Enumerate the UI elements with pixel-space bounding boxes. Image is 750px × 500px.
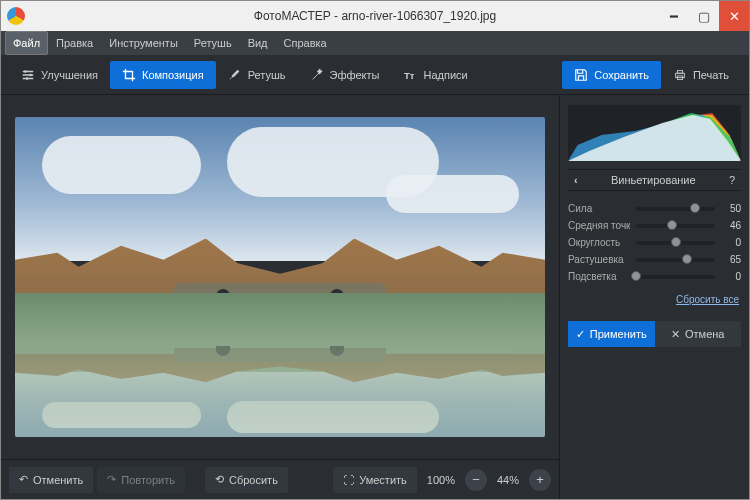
slider-thumb[interactable] bbox=[690, 203, 700, 213]
tab-enhancements[interactable]: Улучшения bbox=[9, 61, 110, 89]
save-button[interactable]: Сохранить bbox=[562, 61, 661, 89]
brush-icon bbox=[228, 68, 242, 82]
slider-strength: Сила 50 bbox=[568, 203, 741, 214]
minimize-button[interactable]: ━ bbox=[659, 1, 689, 31]
undo-button[interactable]: ↶ Отменить bbox=[9, 467, 93, 493]
svg-text:Tт: Tт bbox=[404, 69, 415, 80]
slider-track[interactable] bbox=[636, 241, 715, 245]
menu-help[interactable]: Справка bbox=[276, 31, 335, 55]
tab-label: Улучшения bbox=[41, 69, 98, 81]
sliders-icon bbox=[21, 68, 35, 82]
menu-retouch[interactable]: Ретушь bbox=[186, 31, 240, 55]
slider-track[interactable] bbox=[636, 207, 715, 211]
fit-icon: ⛶ bbox=[343, 474, 354, 486]
slider-group: Сила 50 Средняя точка 46 Округлость 0 Ра… bbox=[568, 199, 741, 282]
svg-point-1 bbox=[29, 73, 32, 76]
main-body: ↶ Отменить ↷ Повторить ⟲ Сбросить ⛶ Умес… bbox=[1, 95, 749, 499]
reset-label: Сбросить bbox=[229, 474, 278, 486]
window-title: ФотоМАСТЕР - arno-river-1066307_1920.jpg bbox=[1, 9, 749, 23]
fit-button[interactable]: ⛶ Уместить bbox=[333, 467, 417, 493]
slider-roundness: Округлость 0 bbox=[568, 237, 741, 248]
app-icon bbox=[7, 7, 25, 25]
slider-thumb[interactable] bbox=[667, 220, 677, 230]
zoom-in-button[interactable]: + bbox=[529, 469, 551, 491]
slider-thumb[interactable] bbox=[671, 237, 681, 247]
histogram bbox=[568, 105, 741, 161]
tab-label: Ретушь bbox=[248, 69, 286, 81]
svg-point-0 bbox=[24, 70, 27, 73]
slider-thumb[interactable] bbox=[631, 271, 641, 281]
undo-label: Отменить bbox=[33, 474, 83, 486]
close-icon: ✕ bbox=[671, 328, 680, 341]
tab-retouch[interactable]: Ретушь bbox=[216, 61, 298, 89]
slider-highlight: Подсветка 0 bbox=[568, 271, 741, 282]
close-button[interactable]: ✕ bbox=[719, 1, 749, 31]
redo-button[interactable]: ↷ Повторить bbox=[97, 467, 185, 493]
reset-button[interactable]: ⟲ Сбросить bbox=[205, 467, 288, 493]
panel-help-button[interactable]: ? bbox=[725, 174, 739, 186]
svg-point-2 bbox=[26, 77, 29, 80]
check-icon: ✓ bbox=[576, 328, 585, 341]
slider-track[interactable] bbox=[636, 275, 715, 279]
reset-icon: ⟲ bbox=[215, 473, 224, 486]
menu-tools[interactable]: Инструменты bbox=[101, 31, 186, 55]
panel-back-button[interactable]: ‹ bbox=[570, 174, 582, 186]
side-panel: ‹ Виньетирование ? Сила 50 Средняя точка… bbox=[559, 95, 749, 499]
app-window: ФотоМАСТЕР - arno-river-1066307_1920.jpg… bbox=[0, 0, 750, 500]
slider-track[interactable] bbox=[636, 224, 715, 228]
svg-rect-5 bbox=[677, 70, 682, 73]
fit-label: Уместить bbox=[359, 474, 407, 486]
save-label: Сохранить bbox=[594, 69, 649, 81]
tab-effects[interactable]: Эффекты bbox=[298, 61, 392, 89]
apply-button[interactable]: ✓ Применить bbox=[568, 321, 655, 347]
panel-header: ‹ Виньетирование ? bbox=[568, 169, 741, 191]
titlebar: ФотоМАСТЕР - arno-river-1066307_1920.jpg… bbox=[1, 1, 749, 31]
slider-feather: Растушевка 65 bbox=[568, 254, 741, 265]
print-button[interactable]: Печать bbox=[661, 61, 741, 89]
print-icon bbox=[673, 68, 687, 82]
print-label: Печать bbox=[693, 69, 729, 81]
menubar: Файл Правка Инструменты Ретушь Вид Справ… bbox=[1, 31, 749, 55]
wand-icon bbox=[310, 68, 324, 82]
tab-label: Надписи bbox=[424, 69, 468, 81]
slider-midpoint: Средняя точка 46 bbox=[568, 220, 741, 231]
image-preview[interactable] bbox=[15, 117, 545, 437]
zoom-out-button[interactable]: − bbox=[465, 469, 487, 491]
tab-composition[interactable]: Композиция bbox=[110, 61, 216, 89]
menu-view[interactable]: Вид bbox=[240, 31, 276, 55]
menu-edit[interactable]: Правка bbox=[48, 31, 101, 55]
text-icon: Tт bbox=[404, 68, 418, 82]
canvas-wrap bbox=[1, 95, 559, 459]
slider-track[interactable] bbox=[636, 258, 715, 262]
save-icon bbox=[574, 68, 588, 82]
panel-title: Виньетирование bbox=[611, 174, 696, 186]
zoom-value: 44% bbox=[491, 474, 525, 486]
toolbar: Улучшения Композиция Ретушь Эффекты Tт Н… bbox=[1, 55, 749, 95]
tab-label: Эффекты bbox=[330, 69, 380, 81]
window-controls: ━ ▢ ✕ bbox=[659, 1, 749, 31]
tab-label: Композиция bbox=[142, 69, 204, 81]
reset-all-link[interactable]: Сбросить все bbox=[568, 290, 741, 309]
zoom-100[interactable]: 100% bbox=[421, 474, 461, 486]
canvas-area: ↶ Отменить ↷ Повторить ⟲ Сбросить ⛶ Умес… bbox=[1, 95, 559, 499]
redo-icon: ↷ bbox=[107, 473, 116, 486]
slider-thumb[interactable] bbox=[682, 254, 692, 264]
undo-icon: ↶ bbox=[19, 473, 28, 486]
menu-file[interactable]: Файл bbox=[5, 31, 48, 55]
bottombar: ↶ Отменить ↷ Повторить ⟲ Сбросить ⛶ Умес… bbox=[1, 459, 559, 499]
crop-icon bbox=[122, 68, 136, 82]
panel-actions: ✓ Применить ✕ Отмена bbox=[568, 321, 741, 347]
cancel-button[interactable]: ✕ Отмена bbox=[655, 321, 742, 347]
tab-text[interactable]: Tт Надписи bbox=[392, 61, 480, 89]
redo-label: Повторить bbox=[121, 474, 175, 486]
maximize-button[interactable]: ▢ bbox=[689, 1, 719, 31]
